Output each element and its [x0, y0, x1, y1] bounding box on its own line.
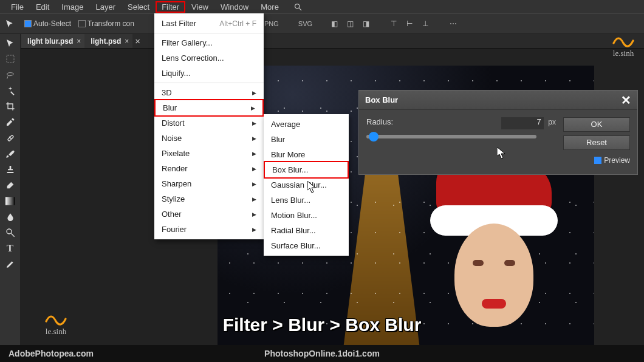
submenu-blur[interactable]: Blur — [154, 99, 264, 117]
ok-button[interactable]: OK — [563, 117, 630, 132]
lasso-tool[interactable] — [2, 67, 19, 82]
menu-filter-gallery[interactable]: Filter Gallery... — [154, 35, 264, 50]
close-icon[interactable]: × — [77, 37, 81, 46]
stamp-tool[interactable] — [2, 162, 19, 177]
dodge-tool[interactable] — [2, 225, 19, 240]
menu-select[interactable]: Select — [122, 1, 156, 13]
menu-more[interactable]: More — [255, 1, 285, 13]
align-left-icon[interactable]: ◧ — [328, 18, 340, 30]
radius-label: Radius: — [366, 117, 393, 126]
submenu-noise[interactable]: Noise — [154, 131, 264, 146]
pen-tool[interactable] — [2, 257, 19, 272]
submenu-render[interactable]: Render — [154, 161, 264, 176]
menu-last-filter[interactable]: Last Filter Alt+Ctrl + F — [154, 16, 264, 31]
align-middle-icon[interactable]: ⊢ — [403, 18, 416, 30]
footer-mid: PhotoshopOnline.1doi1.com — [264, 349, 380, 358]
menu-image[interactable]: Image — [55, 1, 89, 13]
export-png-label: PNG — [264, 20, 279, 27]
submenu-fourier[interactable]: Fourier — [154, 222, 264, 237]
menu-edit[interactable]: Edit — [30, 1, 55, 13]
align-center-icon[interactable]: ◫ — [344, 18, 356, 30]
wand-tool[interactable] — [2, 83, 19, 98]
eraser-tool[interactable] — [2, 178, 19, 193]
menu-item-label: Liquify... — [162, 69, 190, 78]
type-tool[interactable]: T — [2, 241, 19, 256]
submenu-distort[interactable]: Distort — [154, 115, 264, 131]
tab-label: light.psd — [91, 37, 121, 46]
instruction-caption: Filter > Blur > Box Blur — [223, 315, 422, 335]
menu-motion-blur[interactable]: Motion Blur... — [264, 208, 349, 223]
radius-unit: px — [548, 118, 556, 126]
auto-select-label: Auto-Select — [33, 19, 71, 28]
menu-lens-correction[interactable]: Lens Correction... — [154, 50, 264, 66]
menu-item-label: Filter Gallery... — [162, 38, 213, 47]
eyedropper-tool[interactable] — [2, 115, 19, 129]
menu-radial-blur[interactable]: Radial Blur... — [264, 223, 349, 238]
export-svg-button[interactable] — [283, 18, 295, 30]
submenu-sharpen[interactable]: Sharpen — [154, 176, 264, 191]
menu-blur[interactable]: Blur — [264, 132, 349, 147]
align-bottom-icon[interactable]: ⊥ — [419, 18, 431, 30]
options-toolbar: Auto-Select Transform con PNG SVG ◧ ◫ ◨ … — [0, 13, 644, 34]
menu-item-label: Last Filter — [162, 19, 196, 28]
menu-view[interactable]: View — [185, 1, 214, 13]
close-icon[interactable]: × — [125, 37, 129, 46]
menu-item-label: Noise — [162, 134, 182, 143]
auto-select-checkbox[interactable]: Auto-Select — [24, 19, 71, 28]
menu-lens-blur[interactable]: Lens Blur... — [264, 193, 349, 208]
align-top-icon[interactable]: ⊤ — [388, 18, 400, 30]
dialog-titlebar[interactable]: Box Blur ✕ — [359, 90, 637, 110]
radius-slider[interactable] — [366, 135, 536, 138]
svg-line-1 — [299, 8, 301, 10]
submenu-other[interactable]: Other — [154, 207, 264, 222]
menu-liquify[interactable]: Liquify... — [154, 66, 264, 81]
reset-button[interactable]: Reset — [563, 135, 630, 150]
tool-panel: T — [0, 34, 21, 362]
svg-point-0 — [295, 4, 300, 9]
close-icon[interactable]: ✕ — [621, 93, 631, 108]
menu-window[interactable]: Window — [214, 1, 255, 13]
preview-checkbox[interactable]: Preview — [563, 156, 630, 165]
move-tool[interactable] — [2, 36, 19, 50]
tab-light-blur[interactable]: light blur.psd × — [21, 34, 84, 48]
menu-surface-blur[interactable]: Surface Blur... — [264, 238, 349, 253]
transform-controls-label: Transform con — [87, 19, 134, 28]
close-all-icon[interactable]: × — [135, 36, 140, 46]
svg-rect-5 — [5, 197, 15, 205]
tab-light[interactable]: light.psd × — [84, 34, 132, 48]
menu-item-label: Distort — [162, 118, 185, 128]
watermark-bottom: le.sinh — [44, 311, 68, 336]
menu-box-blur[interactable]: Box Blur... — [264, 161, 349, 179]
marquee-tool[interactable] — [2, 52, 19, 66]
menu-item-label: Sharpen — [162, 179, 191, 188]
heal-tool[interactable] — [2, 131, 19, 145]
menu-item-label: Stylize — [162, 194, 185, 203]
search-icon[interactable] — [287, 1, 309, 13]
tab-label: light blur.psd — [27, 37, 73, 46]
footer-left: AdobePhotopea.com — [9, 349, 94, 358]
menu-item-label: Render — [162, 164, 188, 173]
menu-average[interactable]: Average — [264, 117, 349, 132]
svg-point-6 — [7, 229, 12, 234]
brush-tool[interactable] — [2, 146, 19, 161]
submenu-stylize[interactable]: Stylize — [154, 191, 264, 207]
more-options-icon[interactable]: ⋯ — [447, 18, 459, 30]
transform-controls-checkbox[interactable]: Transform con — [78, 19, 134, 28]
filter-menu-dropdown: Last Filter Alt+Ctrl + F Filter Gallery.… — [154, 13, 264, 239]
menu-blur-more[interactable]: Blur More — [264, 147, 349, 162]
menu-item-label: Fourier — [162, 225, 187, 234]
blur-tool[interactable] — [2, 210, 19, 224]
slider-thumb[interactable] — [369, 132, 379, 142]
gradient-tool[interactable] — [2, 194, 19, 208]
crop-tool[interactable] — [2, 99, 19, 114]
menu-file[interactable]: File — [5, 1, 30, 13]
submenu-3d[interactable]: 3D — [154, 85, 264, 100]
menu-gaussian-blur[interactable]: Gaussian Blur... — [264, 177, 349, 193]
align-right-icon[interactable]: ◨ — [360, 18, 372, 30]
menu-layer[interactable]: Layer — [90, 1, 122, 13]
radius-input[interactable]: 7 — [501, 117, 544, 129]
submenu-pixelate[interactable]: Pixelate — [154, 146, 264, 161]
svg-rect-2 — [7, 55, 14, 63]
move-tool-icon — [2, 16, 17, 31]
menu-filter[interactable]: Filter — [156, 1, 185, 13]
